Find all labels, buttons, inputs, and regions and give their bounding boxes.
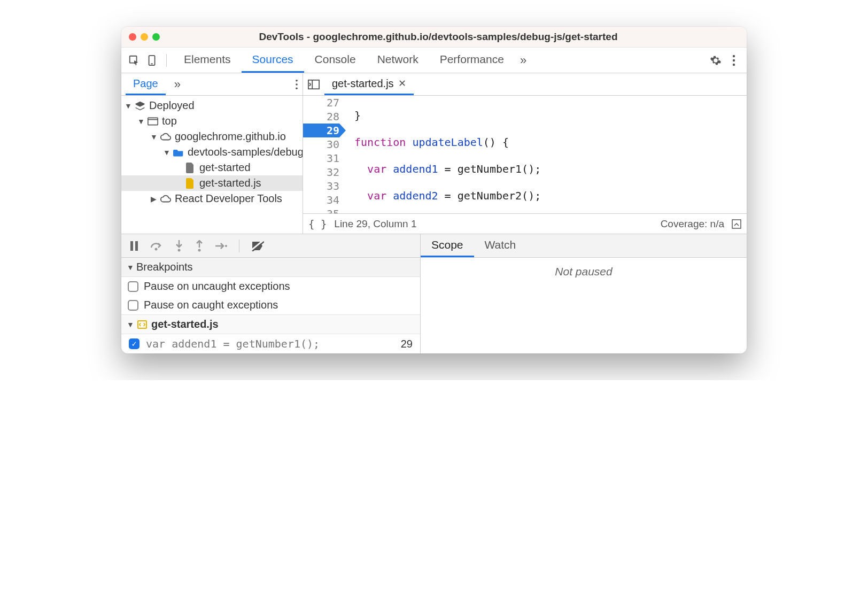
navigator-kebab-icon[interactable] (295, 79, 298, 90)
editor-statusbar: { } Line 29, Column 1 Coverage: n/a (303, 213, 747, 234)
toggle-navigator-icon[interactable] (306, 79, 321, 90)
tab-console[interactable]: Console (304, 48, 367, 73)
device-toggle-icon[interactable] (145, 53, 160, 68)
tree-label: Deployed (149, 99, 195, 112)
checkbox-checked[interactable]: ✓ (129, 338, 140, 349)
maximize-window-button[interactable] (152, 33, 160, 41)
script-icon (184, 178, 196, 189)
script-badge-icon (137, 320, 147, 329)
tab-network[interactable]: Network (367, 48, 429, 73)
settings-icon[interactable] (708, 53, 723, 68)
close-tab-icon[interactable]: ✕ (398, 78, 406, 89)
navigator-tabs: Page » (121, 73, 303, 96)
main-toolbar: Elements Sources Console Network Perform… (121, 48, 747, 73)
minimize-window-button[interactable] (141, 33, 148, 41)
code-content[interactable]: } function updateLabel() { var addend1 =… (345, 96, 747, 213)
breakpoint-entry[interactable]: ✓ var addend1 = getNumber1(); 29 (121, 334, 420, 353)
tabs-overflow-button[interactable]: » (515, 48, 532, 73)
expand-icon: ▼ (163, 148, 169, 157)
tree-react-devtools[interactable]: ▶ React Developer Tools (121, 191, 303, 206)
inspect-element-icon[interactable] (127, 53, 142, 68)
svg-point-8 (296, 87, 298, 89)
pause-uncaught-row[interactable]: Pause on uncaught exceptions (121, 277, 420, 296)
step-icon[interactable] (215, 242, 227, 250)
tree-label: get-started (199, 161, 251, 174)
line-gutter[interactable]: 27 28 29 30 31 32 33 34 35 (303, 96, 345, 213)
tab-performance[interactable]: Performance (429, 48, 515, 73)
checkbox-label: Pause on uncaught exceptions (144, 280, 290, 292)
file-tab-active[interactable]: get-started.js ✕ (324, 73, 414, 95)
cloud-icon (160, 193, 172, 205)
expand-icon: ▼ (125, 102, 131, 110)
expand-icon: ▶ (150, 195, 157, 203)
folder-icon (173, 147, 184, 158)
tab-sources[interactable]: Sources (242, 48, 304, 73)
panel-tabs: Elements Sources Console Network Perform… (173, 48, 705, 73)
document-icon (184, 162, 196, 174)
breakpoint-file-row[interactable]: ▼ get-started.js (121, 314, 420, 334)
deployed-icon (134, 100, 146, 112)
breakpoint-file-label: get-started.js (151, 318, 219, 330)
breakpoint-marker[interactable]: 29 (303, 124, 339, 137)
tree-file-js[interactable]: get-started.js (121, 175, 303, 191)
breakpoints-section-header[interactable]: ▼ Breakpoints (121, 258, 420, 277)
frame-icon (147, 115, 159, 127)
svg-point-16 (155, 248, 158, 250)
tree-deployed[interactable]: ▼ Deployed (121, 98, 303, 113)
debugger-right-pane: Scope Watch Not paused (421, 234, 747, 353)
svg-point-4 (733, 59, 735, 61)
checkbox-unchecked[interactable] (128, 281, 138, 292)
checkbox-unchecked[interactable] (128, 300, 138, 311)
navigator-tabs-overflow[interactable]: » (169, 78, 186, 91)
svg-point-3 (733, 55, 735, 57)
breakpoint-code-text: var addend1 = getNumber1(); (146, 337, 320, 350)
pause-caught-row[interactable]: Pause on caught exceptions (121, 296, 420, 314)
window-controls (129, 33, 160, 41)
cloud-icon (160, 131, 172, 143)
deactivate-breakpoints-icon[interactable] (251, 241, 264, 251)
tree-top[interactable]: ▼ top (121, 113, 303, 129)
scope-watch-tabs: Scope Watch (421, 234, 747, 258)
step-into-icon[interactable] (175, 240, 183, 252)
file-tab-label: get-started.js (332, 78, 394, 90)
sources-content: Page » ▼ Deployed ▼ top ▼ (121, 73, 747, 234)
cursor-position: Line 29, Column 1 (334, 218, 416, 230)
tree-folder[interactable]: ▼ devtools-samples/debug-js (121, 144, 303, 160)
close-window-button[interactable] (129, 33, 136, 41)
not-paused-message: Not paused (421, 258, 747, 286)
svg-rect-11 (308, 80, 319, 89)
tab-scope[interactable]: Scope (421, 234, 474, 257)
titlebar: DevTools - googlechrome.github.io/devtoo… (121, 27, 747, 48)
collapse-icon: ▼ (127, 320, 133, 329)
debugger-toolbar (121, 234, 420, 258)
pretty-print-icon[interactable]: { } (308, 218, 327, 230)
devtools-window: DevTools - googlechrome.github.io/devtoo… (121, 27, 747, 353)
tree-label: googlechrome.github.io (175, 130, 286, 143)
tab-elements[interactable]: Elements (173, 48, 242, 73)
tree-label: top (162, 115, 177, 127)
expand-icon: ▼ (137, 117, 144, 126)
pause-icon[interactable] (130, 241, 138, 251)
svg-point-18 (198, 249, 201, 251)
tree-label: devtools-samples/debug-js (188, 146, 303, 158)
tab-watch[interactable]: Watch (474, 234, 527, 257)
navigator-tab-page[interactable]: Page (126, 73, 166, 95)
code-area[interactable]: 27 28 29 30 31 32 33 34 35 } function up… (303, 96, 747, 213)
step-over-icon[interactable] (150, 241, 163, 251)
tree-file-html[interactable]: get-started (121, 160, 303, 175)
statusbar-menu-icon[interactable] (732, 219, 741, 229)
svg-rect-14 (130, 241, 133, 251)
svg-point-17 (178, 249, 181, 251)
svg-rect-9 (148, 118, 158, 125)
debugger-panel: ▼ Breakpoints Pause on uncaught exceptio… (121, 234, 747, 353)
svg-point-6 (296, 79, 298, 81)
svg-point-7 (296, 83, 298, 86)
coverage-label: Coverage: n/a (661, 218, 724, 230)
tree-label: React Developer Tools (175, 192, 282, 205)
collapse-icon: ▼ (127, 263, 133, 272)
breakpoint-line-number: 29 (401, 338, 413, 350)
kebab-menu-icon[interactable] (726, 53, 741, 68)
expand-icon: ▼ (150, 133, 157, 141)
tree-host[interactable]: ▼ googlechrome.github.io (121, 129, 303, 144)
step-out-icon[interactable] (195, 240, 204, 252)
